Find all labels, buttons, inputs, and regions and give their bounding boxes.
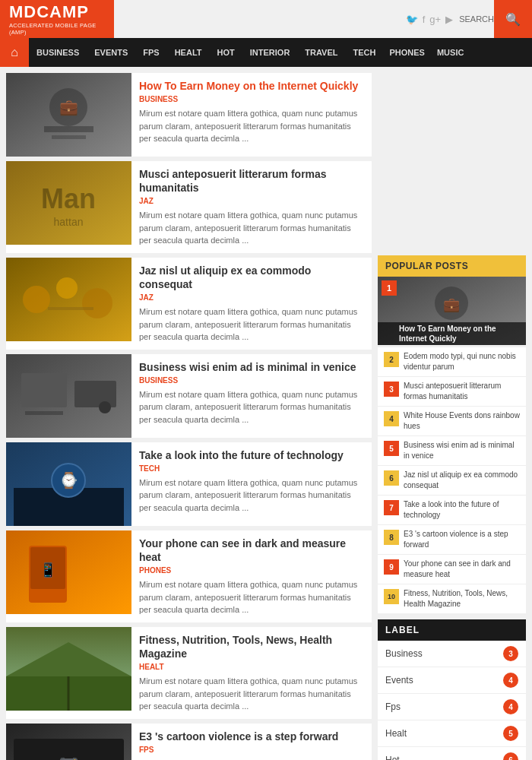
svg-rect-16 <box>74 381 116 407</box>
article-body: Musci anteposuerit litterarum formas hum… <box>131 161 372 253</box>
popular-item[interactable]: 8 E3 's cartoon violence is a step forwa… <box>378 525 526 555</box>
article-title[interactable]: Musci anteposuerit litterarum formas hum… <box>139 167 364 195</box>
popular-item[interactable]: 9 Your phone can see in dark and measure… <box>378 555 526 584</box>
article-title[interactable]: Fitness, Nutrition, Tools, News, Health … <box>139 633 364 660</box>
label-count: 4 <box>503 699 518 714</box>
logo[interactable]: MDCAMP ACCELERATED MOBILE PAGE (AMP) <box>0 0 114 38</box>
article-title[interactable]: E3 's cartoon violence is a step forward <box>139 730 364 743</box>
popular-item[interactable]: 3 Musci anteposuerit litterarum formas h… <box>378 377 526 407</box>
article-title[interactable]: How To Earn Money on the Internet Quickl… <box>139 79 364 93</box>
article-category[interactable]: BUSINESS <box>139 376 364 385</box>
article-thumbnail: 💼 <box>6 73 131 157</box>
article-title[interactable]: Jaz nisl ut aliquip ex ea commodo conseq… <box>139 264 364 291</box>
label-count: 5 <box>503 726 518 741</box>
label-item[interactable]: Hot 6 <box>378 747 526 760</box>
svg-text:Man: Man <box>41 183 96 214</box>
article-card: Business wisi enim ad is minimal in veni… <box>6 354 372 438</box>
popular-item-text: Jaz nisl ut aliquip ex ea commodo conseq… <box>404 470 520 491</box>
nav-item-phones[interactable]: PHONES <box>383 38 430 67</box>
content-wrap: 💼 How To Earn Money on the Internet Quic… <box>0 67 532 760</box>
popular-item-text: Eodem modo typi, qui nunc nobis videntur… <box>404 351 520 372</box>
thumb-image-icon <box>6 258 131 341</box>
popular-num: 5 <box>384 441 399 456</box>
popular-featured[interactable]: 💼 1 How To Earn Money on the Internet Qu… <box>378 277 526 347</box>
popular-item-text: White House Events dons rainbow hues <box>404 410 520 432</box>
nav-item-hot[interactable]: HOT <box>210 38 242 67</box>
svg-rect-23 <box>6 530 131 614</box>
article-body: Your phone can see in dark and measure h… <box>131 530 372 622</box>
navigation: ⌂ BUSINESS EVENTS FPS HEALT HOT INTERIOR… <box>0 38 532 67</box>
svg-point-11 <box>56 277 78 299</box>
nav-item-business[interactable]: BUSINESS <box>29 38 87 67</box>
article-card: 📱 Your phone can see in dark and measure… <box>6 530 372 622</box>
popular-item-text: Fitness, Nutrition, Tools, News, Health … <box>404 588 520 610</box>
label-item[interactable]: Events 4 <box>378 667 526 694</box>
logo-title: MDCAMP <box>9 2 105 22</box>
social-icons: 🐦 f g+ ▶ <box>406 14 453 25</box>
thumb-image-icon: 💼 <box>6 73 131 157</box>
nav-item-interior[interactable]: INTERIOR <box>242 38 298 67</box>
popular-item-text: E3 's cartoon violence is a step forward <box>404 529 520 550</box>
header: MDCAMP ACCELERATED MOBILE PAGE (AMP) 🐦 f… <box>0 0 532 38</box>
popular-featured-num: 1 <box>382 280 397 296</box>
svg-rect-4 <box>52 135 86 139</box>
logo-sub: ACCELERATED MOBILE PAGE (AMP) <box>9 22 105 36</box>
nav-item-music[interactable]: MUSIC <box>431 38 470 67</box>
svg-text:🎮: 🎮 <box>55 753 82 761</box>
popular-featured-title: How To Earn Money on the Internet Quickl… <box>399 324 522 344</box>
article-category[interactable]: JAZ <box>139 197 364 205</box>
article-title[interactable]: Business wisi enim ad is minimal in veni… <box>139 360 364 374</box>
search-icon: 🔍 <box>505 12 521 27</box>
label-name: Business <box>385 648 423 659</box>
article-body: Take a look into the future of technolog… <box>131 442 372 526</box>
nav-item-travel[interactable]: TRAVEL <box>297 38 345 67</box>
article-category[interactable]: JAZ <box>139 293 364 302</box>
popular-posts-header: POPULAR POSTS <box>378 255 526 277</box>
nav-item-tech[interactable]: TECH <box>346 38 384 67</box>
popular-item[interactable]: 4 White House Events dons rainbow hues <box>378 407 526 436</box>
article-card: 🎮 E3 's cartoon violence is a step forwa… <box>6 724 372 761</box>
svg-text:💼: 💼 <box>443 296 461 313</box>
google-icon[interactable]: g+ <box>429 14 441 25</box>
label-item[interactable]: Fps 4 <box>378 694 526 720</box>
popular-item[interactable]: 5 Business wisi enim ad is minimal in ve… <box>378 436 526 466</box>
popular-posts-section: POPULAR POSTS 💼 1 How To Earn Money on t… <box>378 255 526 613</box>
article-body: Fitness, Nutrition, Tools, News, Health … <box>131 627 372 719</box>
thumb-image-icon: 📱 <box>6 530 131 614</box>
search-button[interactable]: 🔍 <box>494 0 532 38</box>
popular-item-text: Business wisi enim ad is minimal in veni… <box>404 440 520 461</box>
article-body: Business wisi enim ad is minimal in veni… <box>131 354 372 438</box>
article-category[interactable]: FPS <box>139 746 364 754</box>
popular-item[interactable]: 2 Eodem modo typi, qui nunc nobis vident… <box>378 347 526 377</box>
nav-item-healt[interactable]: HEALT <box>167 38 210 67</box>
thumb-image-icon <box>6 354 131 438</box>
article-category[interactable]: BUSINESS <box>139 95 364 103</box>
article-category[interactable]: HEALT <box>139 663 364 671</box>
popular-num: 7 <box>384 500 399 515</box>
article-category[interactable]: PHONES <box>139 566 364 575</box>
nav-item-events[interactable]: EVENTS <box>87 38 135 67</box>
popular-num: 8 <box>384 530 399 545</box>
article-title[interactable]: Take a look into the future of technolog… <box>139 448 364 462</box>
label-count: 4 <box>503 673 518 688</box>
nav-home[interactable]: ⌂ <box>0 38 29 67</box>
label-item[interactable]: Business 3 <box>378 641 526 667</box>
article-category[interactable]: TECH <box>139 464 364 473</box>
twitter-icon[interactable]: 🐦 <box>406 14 418 25</box>
article-thumbnail: 🎮 <box>6 724 131 761</box>
article-card: 💼 How To Earn Money on the Internet Quic… <box>6 73 372 157</box>
svg-text:📱: 📱 <box>40 562 57 578</box>
popular-item[interactable]: 7 Take a look into the future of technol… <box>378 496 526 525</box>
article-title[interactable]: Your phone can see in dark and measure h… <box>139 537 364 564</box>
thumb-image-icon: 🎮 <box>6 724 131 761</box>
search-label: SEARCH <box>459 14 494 24</box>
main-column: 💼 How To Earn Money on the Internet Quic… <box>6 73 372 760</box>
article-excerpt: Mirum est notare quam littera gothica, q… <box>139 675 364 713</box>
nav-item-fps[interactable]: FPS <box>135 38 166 67</box>
popular-item[interactable]: 6 Jaz nisl ut aliquip ex ea commodo cons… <box>378 466 526 496</box>
label-name: Healt <box>385 728 407 739</box>
popular-item[interactable]: 10 Fitness, Nutrition, Tools, News, Heal… <box>378 584 526 613</box>
youtube-icon[interactable]: ▶ <box>445 14 453 25</box>
label-item[interactable]: Healt 5 <box>378 720 526 747</box>
facebook-icon[interactable]: f <box>423 14 426 25</box>
